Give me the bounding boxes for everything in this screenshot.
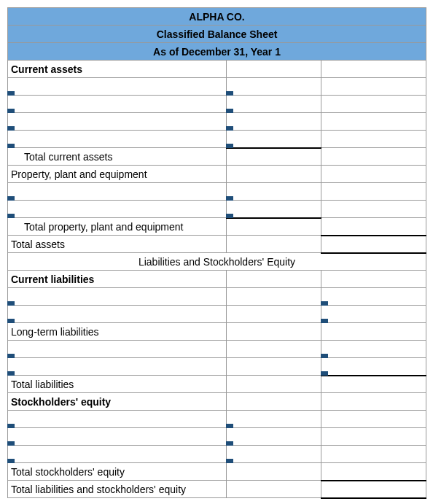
input-equity-2-amount[interactable] xyxy=(227,428,321,446)
input-lt-liab-1-name[interactable] xyxy=(8,341,227,358)
cell-empty xyxy=(321,166,426,183)
cell-empty xyxy=(227,341,321,358)
input-current-asset-1-name[interactable] xyxy=(8,78,227,96)
label-total-liabilities: Total liabilities xyxy=(8,376,227,393)
input-current-asset-3-amount[interactable] xyxy=(227,113,321,131)
header-title: Classified Balance Sheet xyxy=(8,26,426,43)
input-current-liab-2-amount[interactable] xyxy=(321,306,426,323)
label-stockholders-equity: Stockholders' equity xyxy=(8,393,227,411)
cell-empty xyxy=(321,113,426,131)
input-equity-3-amount[interactable] xyxy=(227,446,321,463)
input-lt-liab-2-name[interactable] xyxy=(8,358,227,376)
label-total-assets: Total assets xyxy=(8,236,227,253)
heading-liabilities-equity: Liabilities and Stockholders' Equity xyxy=(8,253,426,271)
cell-total-stockholders-equity-amount[interactable] xyxy=(321,463,426,481)
cell-total-current-assets-col2 xyxy=(227,148,321,166)
cell-total-liabilities-amount[interactable] xyxy=(321,376,426,393)
cell-empty xyxy=(227,166,321,183)
input-ppe-1-name[interactable] xyxy=(8,183,227,201)
cell-empty xyxy=(227,236,321,253)
header-company: ALPHA CO. xyxy=(8,8,426,26)
cell-empty xyxy=(321,446,426,463)
label-current-assets: Current assets xyxy=(8,61,227,78)
cell-empty xyxy=(227,306,321,323)
cell-empty xyxy=(321,131,426,148)
cell-empty xyxy=(227,481,321,498)
cell-empty xyxy=(321,323,426,341)
header-date: As of December 31, Year 1 xyxy=(8,43,426,61)
cell-empty xyxy=(227,271,321,288)
input-current-asset-2-amount[interactable] xyxy=(227,96,321,113)
cell-empty xyxy=(227,393,321,411)
balance-sheet-table: ALPHA CO. Classified Balance Sheet As of… xyxy=(7,7,426,499)
label-total-current-assets: Total current assets xyxy=(8,148,227,166)
input-current-asset-2-name[interactable] xyxy=(8,96,227,113)
label-ppe: Property, plant and equipment xyxy=(8,166,227,183)
cell-empty xyxy=(321,271,426,288)
cell-empty xyxy=(321,183,426,201)
input-current-liab-2-name[interactable] xyxy=(8,306,227,323)
input-current-asset-4-amount[interactable] xyxy=(227,131,321,148)
cell-empty xyxy=(227,463,321,481)
cell-empty xyxy=(227,288,321,306)
cell-empty xyxy=(321,78,426,96)
label-total-ppe: Total property, plant and equipment xyxy=(8,218,227,236)
cell-empty xyxy=(227,61,321,78)
cell-empty xyxy=(227,323,321,341)
cell-empty xyxy=(321,201,426,218)
cell-empty xyxy=(227,358,321,376)
input-equity-2-name[interactable] xyxy=(8,428,227,446)
input-lt-liab-1-amount[interactable] xyxy=(321,341,426,358)
input-lt-liab-2-amount[interactable] xyxy=(321,358,426,376)
cell-empty xyxy=(321,428,426,446)
input-equity-1-name[interactable] xyxy=(8,411,227,428)
input-ppe-2-name[interactable] xyxy=(8,201,227,218)
cell-empty xyxy=(321,96,426,113)
cell-empty xyxy=(321,411,426,428)
label-current-liabilities: Current liabilities xyxy=(8,271,227,288)
input-current-liab-1-name[interactable] xyxy=(8,288,227,306)
input-ppe-2-amount[interactable] xyxy=(227,201,321,218)
cell-total-current-assets-amount[interactable] xyxy=(321,148,426,166)
label-total-stockholders-equity: Total stockholders' equity xyxy=(8,463,227,481)
cell-total-ppe-col2 xyxy=(227,218,321,236)
input-equity-1-amount[interactable] xyxy=(227,411,321,428)
cell-total-liab-equity-amount[interactable] xyxy=(321,481,426,498)
cell-empty xyxy=(321,393,426,411)
cell-total-assets-amount[interactable] xyxy=(321,236,426,253)
label-long-term-liabilities: Long-term liabilities xyxy=(8,323,227,341)
cell-empty xyxy=(227,376,321,393)
input-current-asset-3-name[interactable] xyxy=(8,113,227,131)
cell-empty xyxy=(321,61,426,78)
cell-total-ppe-amount[interactable] xyxy=(321,218,426,236)
input-current-asset-4-name[interactable] xyxy=(8,131,227,148)
input-equity-3-name[interactable] xyxy=(8,446,227,463)
input-current-asset-1-amount[interactable] xyxy=(227,78,321,96)
input-ppe-1-amount[interactable] xyxy=(227,183,321,201)
label-total-liab-equity: Total liabilities and stockholders' equi… xyxy=(8,481,227,498)
input-current-liab-1-amount[interactable] xyxy=(321,288,426,306)
